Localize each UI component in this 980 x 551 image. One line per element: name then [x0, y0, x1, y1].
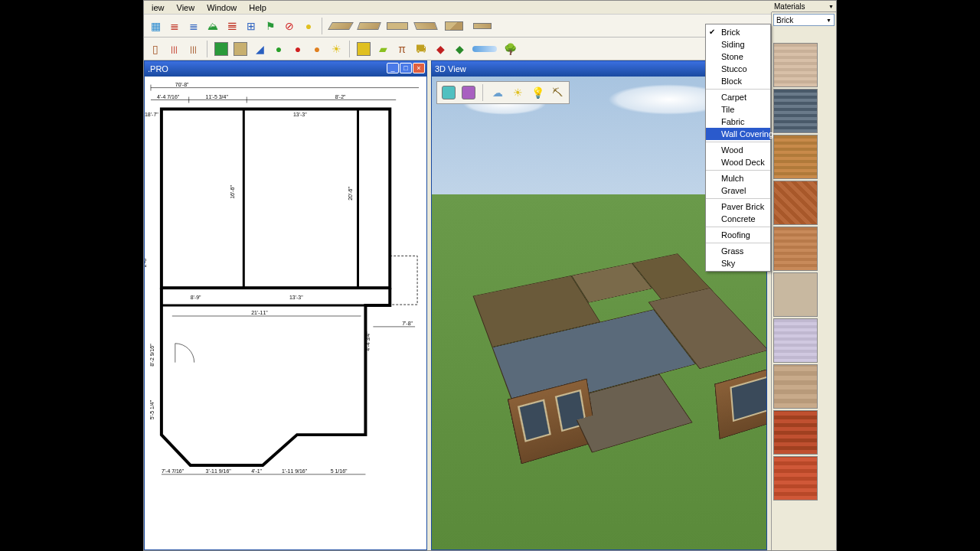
- svg-text:20'-6": 20'-6": [348, 187, 353, 201]
- separator: [322, 18, 323, 34]
- flag-icon[interactable]: ⚑: [262, 18, 279, 34]
- 3dview-title: 3D View: [435, 64, 466, 73]
- material-swatch[interactable]: [773, 318, 818, 363]
- materials-category-dropdown[interactable]: Brick ▼: [773, 14, 835, 26]
- bench-icon[interactable]: π: [394, 41, 410, 57]
- lime-icon[interactable]: ▰: [374, 41, 391, 57]
- materials-menu-item[interactable]: Gravel: [706, 184, 770, 197]
- pickaxe-icon[interactable]: ⛏: [549, 84, 566, 101]
- material-swatch[interactable]: [773, 181, 818, 225]
- svg-text:3'-11 9/16": 3'-11 9/16": [206, 468, 232, 474]
- floorplan-title: .PRO: [148, 64, 168, 73]
- material-swatch[interactable]: [773, 89, 818, 133]
- material-swatch[interactable]: [773, 135, 818, 179]
- green-dot-icon[interactable]: ●: [270, 41, 287, 57]
- materials-menu-item[interactable]: Concrete: [706, 213, 770, 225]
- tractor-icon[interactable]: ⛟: [413, 41, 430, 57]
- red-diamond-icon[interactable]: ◆: [432, 41, 449, 57]
- aqua-icon[interactable]: [440, 84, 457, 101]
- 3dview-toolbar: ☁ ☀ 💡 ⛏: [436, 81, 570, 104]
- tree-icon[interactable]: 🌳: [501, 41, 518, 57]
- separator: [349, 41, 351, 57]
- menu-window[interactable]: Window: [201, 2, 243, 14]
- sun-btn-icon[interactable]: ☀: [509, 84, 526, 101]
- bulb-3d-icon[interactable]: 💡: [529, 84, 546, 101]
- roof5-icon[interactable]: [441, 18, 467, 34]
- svg-text:13'-3": 13'-3": [289, 295, 303, 300]
- roof6-icon[interactable]: [469, 18, 495, 34]
- bulb-icon[interactable]: ●: [300, 18, 317, 34]
- yellow-box-icon[interactable]: [355, 41, 372, 57]
- material-swatch[interactable]: [773, 456, 818, 500]
- menu-view[interactable]: View: [171, 2, 201, 14]
- materials-menu-item[interactable]: Siding: [706, 38, 770, 51]
- minimize-button[interactable]: _: [387, 63, 399, 73]
- materials-header[interactable]: Materials ▼: [772, 1, 836, 12]
- fence2-icon[interactable]: ⫼: [185, 41, 202, 57]
- tan-block-icon[interactable]: [232, 41, 249, 57]
- svg-text:5 1/16": 5 1/16": [331, 468, 348, 474]
- menu-help[interactable]: Help: [243, 2, 273, 14]
- window-icon: [730, 374, 766, 422]
- blue-slope-icon[interactable]: ◢: [251, 41, 268, 57]
- close-button[interactable]: ×: [413, 63, 425, 73]
- bay-front: [508, 378, 598, 464]
- material-swatch[interactable]: [773, 272, 818, 317]
- material-swatch[interactable]: [773, 43, 818, 87]
- roof4-icon[interactable]: [413, 18, 439, 34]
- roof2-icon[interactable]: [356, 18, 382, 34]
- svg-text:8'-2": 8'-2": [335, 94, 346, 99]
- no-entry-icon[interactable]: ⊘: [281, 18, 298, 34]
- cloud-btn-icon[interactable]: ☁: [489, 84, 506, 101]
- materials-menu-item[interactable]: Roofing: [706, 227, 770, 241]
- svg-text:18'-7": 18'-7": [145, 112, 158, 117]
- material-swatch[interactable]: [773, 227, 818, 271]
- svg-text:4'-4 3/4": 4'-4 3/4": [365, 331, 371, 351]
- grid-blue-icon[interactable]: ⊞: [243, 18, 260, 34]
- green-diamond-icon[interactable]: ◆: [451, 41, 468, 57]
- app-window: iew View Window Help ▦ ≣ ≣ ⛰ 𝌆 ⊞ ⚑ ⊘ ● ▯…: [143, 0, 837, 551]
- materials-menu-item[interactable]: Grass: [706, 243, 770, 257]
- floorplan-titlebar[interactable]: .PRO _ □ ×: [145, 61, 426, 77]
- green-block-icon[interactable]: [213, 41, 230, 57]
- roof3-icon[interactable]: [384, 18, 410, 34]
- window-icon: [518, 399, 551, 442]
- materials-menu-item[interactable]: Paver Brick: [706, 198, 770, 213]
- materials-menu-item[interactable]: Tile: [706, 103, 770, 116]
- svg-text:13'-3": 13'-3": [293, 112, 307, 117]
- materials-menu-item[interactable]: Block: [706, 75, 770, 87]
- materials-menu-item[interactable]: Sky: [706, 257, 770, 269]
- materials-selected-label: Brick: [776, 16, 793, 24]
- materials-menu-item[interactable]: Mulch: [706, 170, 770, 184]
- red-dot-icon[interactable]: ●: [289, 41, 306, 57]
- sun-icon[interactable]: ☀: [328, 41, 345, 57]
- grid-icon[interactable]: ▦: [147, 18, 164, 34]
- materials-menu: Brick✔SidingStoneStuccoBlockCarpetTileFa…: [705, 24, 771, 272]
- materials-menu-item[interactable]: Wood: [706, 142, 770, 156]
- svg-rect-9: [162, 109, 390, 288]
- purple-icon[interactable]: [460, 84, 477, 101]
- materials-menu-item[interactable]: Stucco: [706, 63, 770, 75]
- bridge-icon[interactable]: 𝌆: [224, 18, 240, 34]
- door-icon[interactable]: ▯: [147, 41, 164, 57]
- material-swatch-list[interactable]: [773, 43, 835, 549]
- material-swatch[interactable]: [773, 410, 818, 455]
- materials-menu-item[interactable]: Fabric: [706, 116, 770, 128]
- stairs-blue-icon[interactable]: ≣: [185, 18, 202, 34]
- materials-menu-item[interactable]: Stone: [706, 51, 770, 63]
- floorplan-window: .PRO _ □ × 70'-8" 4'-4 7/16" 11'-5 3/4" …: [144, 60, 427, 550]
- slider-icon[interactable]: [470, 41, 499, 57]
- materials-menu-item[interactable]: Brick✔: [706, 26, 770, 38]
- materials-menu-item[interactable]: Wall Covering: [706, 128, 770, 140]
- floorplan-canvas[interactable]: 70'-8" 4'-4 7/16" 11'-5 3/4" 8'-2" 18'-7…: [145, 77, 426, 549]
- maximize-button[interactable]: □: [400, 63, 412, 73]
- menu-view-clip[interactable]: iew: [145, 2, 171, 14]
- material-swatch[interactable]: [773, 364, 818, 409]
- terrain-green-icon[interactable]: ⛰: [204, 18, 221, 34]
- fence-icon[interactable]: ⫼: [166, 41, 183, 57]
- roof1-icon[interactable]: [328, 18, 354, 34]
- stairs-red-icon[interactable]: ≣: [166, 18, 183, 34]
- orange-dot-icon[interactable]: ●: [309, 41, 325, 57]
- materials-menu-item[interactable]: Carpet: [706, 89, 770, 103]
- materials-menu-item[interactable]: Wood Deck: [706, 156, 770, 168]
